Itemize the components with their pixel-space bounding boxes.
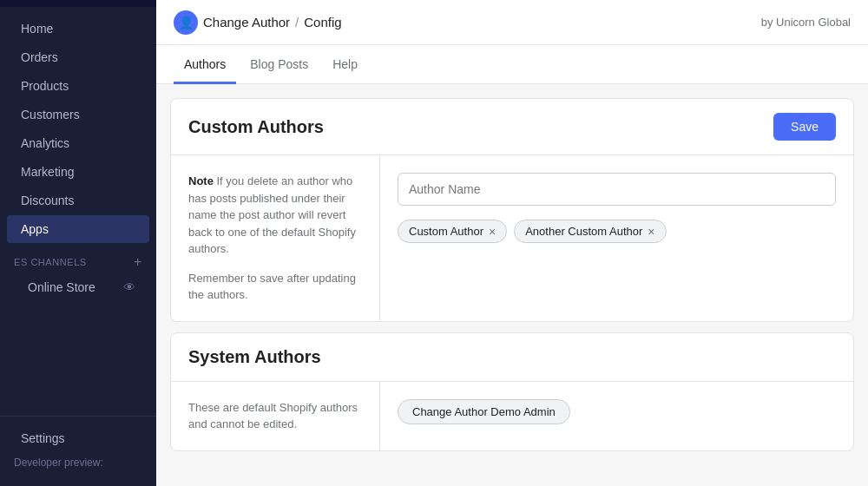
online-store-label: Online Store [28, 280, 95, 294]
tag-custom-author: Custom Author × [398, 220, 507, 243]
app-icon: 👤 [174, 10, 198, 35]
custom-authors-form: Custom Author × Another Custom Author × [379, 155, 853, 321]
remove-custom-author-button[interactable]: × [489, 226, 496, 238]
sidebar-item-products[interactable]: Products [7, 72, 149, 100]
sidebar-item-settings[interactable]: Settings [7, 424, 149, 452]
remember-text: Remember to save after updating the auth… [188, 270, 362, 304]
tag-label-custom-author: Custom Author [409, 225, 483, 238]
sidebar-nav: Home Orders Products Customers Analytics… [0, 7, 156, 416]
breadcrumb: 👤 Change Author / Config [174, 10, 342, 35]
breadcrumb-page: Config [304, 15, 341, 30]
system-authors-body: These are default Shopify authors and ca… [171, 382, 853, 450]
sidebar-channels-section: ES CHANNELS + [0, 244, 156, 273]
system-authors-title: System Authors [188, 347, 836, 367]
save-button[interactable]: Save [773, 113, 836, 141]
top-header: 👤 Change Author / Config by Unicorn Glob… [156, 0, 868, 45]
main-content: 👤 Change Author / Config by Unicorn Glob… [156, 0, 868, 486]
tab-blog-posts[interactable]: Blog Posts [240, 45, 319, 84]
tabs-bar: Authors Blog Posts Help [156, 45, 868, 84]
sidebar-item-analytics[interactable]: Analytics [7, 129, 149, 157]
tab-authors[interactable]: Authors [174, 45, 236, 84]
custom-authors-body: Note If you delete an author who has pos… [171, 155, 853, 321]
custom-authors-title: Custom Authors [188, 117, 324, 137]
remove-another-custom-author-button[interactable]: × [648, 226, 654, 238]
note-text: If you delete an author who has posts pu… [188, 174, 356, 255]
tag-another-custom-author: Another Custom Author × [514, 220, 666, 243]
sidebar-item-apps[interactable]: Apps [7, 215, 149, 243]
channels-label: ES CHANNELS [14, 257, 87, 267]
by-label: by Unicorn Global [761, 16, 851, 29]
sidebar-item-orders[interactable]: Orders [7, 43, 149, 71]
tag-label-another-custom-author: Another Custom Author [525, 225, 642, 238]
sidebar-item-customers[interactable]: Customers [7, 101, 149, 128]
system-authors-card: System Authors These are default Shopify… [170, 332, 854, 451]
custom-authors-header: Custom Authors Save [171, 99, 853, 155]
content-area: Custom Authors Save Note If you delete a… [156, 84, 868, 486]
eye-icon: 👁 [123, 280, 135, 294]
tab-help[interactable]: Help [322, 45, 368, 84]
custom-authors-card: Custom Authors Save Note If you delete a… [170, 98, 854, 322]
sidebar-bottom: Settings Developer preview: [0, 416, 156, 486]
sidebar-item-marketing[interactable]: Marketing [7, 158, 149, 186]
breadcrumb-separator: / [295, 15, 299, 30]
system-info-text: These are default Shopify authors and ca… [188, 399, 362, 433]
sidebar: Home Orders Products Customers Analytics… [0, 0, 156, 486]
system-tags-row: Change Author Demo Admin [398, 399, 836, 424]
developer-preview-label: Developer preview: [0, 453, 156, 472]
tag-label-demo-admin: Change Author Demo Admin [412, 405, 556, 418]
note-paragraph: Note If you delete an author who has pos… [188, 173, 362, 258]
author-tags-row: Custom Author × Another Custom Author × [398, 220, 836, 243]
custom-authors-info: Note If you delete an author who has pos… [171, 155, 379, 321]
sidebar-item-online-store[interactable]: Online Store 👁 [7, 274, 149, 300]
system-authors-header: System Authors [171, 333, 853, 382]
sidebar-item-home[interactable]: Home [7, 15, 149, 43]
breadcrumb-app-name: Change Author [203, 15, 290, 30]
author-name-input[interactable] [398, 173, 836, 206]
tag-demo-admin: Change Author Demo Admin [398, 399, 570, 424]
system-authors-info: These are default Shopify authors and ca… [171, 382, 379, 450]
system-authors-form: Change Author Demo Admin [379, 382, 853, 450]
sidebar-item-discounts[interactable]: Discounts [7, 187, 149, 214]
sidebar-top-bar [0, 0, 156, 7]
add-channel-icon[interactable]: + [134, 254, 142, 270]
note-bold: Note [188, 174, 214, 187]
